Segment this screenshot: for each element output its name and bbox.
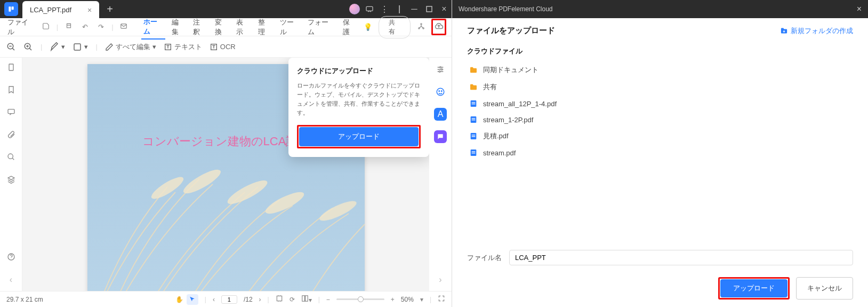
popup-title: クラウドにアップロード <box>297 66 421 76</box>
cloud-upload-icon[interactable] <box>434 25 444 33</box>
next-page-icon[interactable]: › <box>259 296 261 303</box>
menu-convert[interactable]: 変換 <box>213 15 230 39</box>
upload-button[interactable]: アップロード <box>720 279 787 297</box>
svg-rect-43 <box>472 153 476 153</box>
svg-rect-1 <box>12 6 14 10</box>
close-icon[interactable]: × <box>437 0 452 18</box>
svg-rect-4 <box>67 25 70 28</box>
menu-view[interactable]: 表示 <box>234 15 252 39</box>
page-number-input[interactable] <box>221 295 237 304</box>
sitemap-icon[interactable] <box>415 22 427 32</box>
mail-icon[interactable] <box>118 22 130 32</box>
pdf-icon <box>469 99 478 108</box>
zoom-in-icon[interactable] <box>23 42 33 52</box>
svg-point-21 <box>263 188 307 218</box>
svg-rect-11 <box>74 44 81 50</box>
menu-organize[interactable]: 整理 <box>256 15 274 39</box>
zoom-out-icon[interactable] <box>6 42 16 52</box>
help-icon[interactable] <box>7 253 15 263</box>
fit-icon[interactable] <box>276 295 283 304</box>
maximize-icon[interactable] <box>422 0 437 18</box>
left-rail: ‹ <box>0 58 22 291</box>
rotate-icon[interactable]: ⟳ <box>290 296 295 303</box>
print-icon[interactable] <box>62 22 75 32</box>
zoom-slider[interactable] <box>336 298 384 300</box>
page-total: /12 <box>244 296 253 303</box>
menu-edit[interactable]: 編集 <box>170 15 187 39</box>
layers-icon[interactable] <box>7 175 15 186</box>
pdf-icon <box>469 148 478 157</box>
hand-tool-icon[interactable]: ✋ <box>174 294 186 305</box>
menu-form[interactable]: フォーム <box>306 15 336 39</box>
new-folder-button[interactable]: 新規フォルダの作成 <box>780 26 853 36</box>
ai-icon[interactable]: A <box>434 108 447 121</box>
settings-icon[interactable] <box>434 63 447 76</box>
folder-row[interactable]: 同期ドキュメント <box>467 61 853 78</box>
svg-point-6 <box>421 23 422 25</box>
redo-icon[interactable]: ↷ <box>95 23 108 31</box>
menu-annotate[interactable]: 注釈 <box>191 15 208 39</box>
folder-row[interactable]: 共有 <box>467 78 853 96</box>
chat-assist-icon[interactable] <box>434 130 447 143</box>
layout-icon[interactable]: ▾ <box>301 295 312 304</box>
svg-point-19 <box>180 166 223 197</box>
save-icon[interactable] <box>40 22 52 32</box>
page-thumb-icon[interactable] <box>7 63 15 74</box>
pdf-icon <box>469 132 478 140</box>
popup-body: ローカルファイルを今すぐクラウドにアップロード。ウェブ、モバイル、デスクトップで… <box>297 81 421 117</box>
svg-rect-42 <box>472 151 476 152</box>
svg-rect-2 <box>366 6 373 11</box>
file-row[interactable]: stream.pdf <box>467 145 853 161</box>
ocr-button[interactable]: OCR <box>210 43 236 51</box>
search-icon[interactable] <box>7 153 15 163</box>
tab-close-icon[interactable]: × <box>87 6 92 14</box>
zoom-plus-icon[interactable]: + <box>391 296 395 303</box>
menu-file[interactable]: ファイル <box>5 15 36 39</box>
svg-point-20 <box>224 177 269 208</box>
bookmark-icon[interactable] <box>7 85 15 96</box>
filename-input[interactable] <box>509 250 853 265</box>
svg-rect-40 <box>472 136 476 137</box>
tab-add-button[interactable]: + <box>99 3 120 15</box>
file-row[interactable]: stream_all_12P_1-4.pdf <box>467 96 853 112</box>
svg-rect-0 <box>9 6 11 11</box>
menu-tool[interactable]: ツール <box>278 15 302 39</box>
shape-icon[interactable]: ▾ <box>73 42 88 52</box>
share-button[interactable]: 共有 <box>379 16 411 38</box>
highlight-icon[interactable]: ▾ <box>50 42 65 52</box>
text-button[interactable]: テキスト <box>164 42 202 52</box>
smiley-icon[interactable] <box>434 85 447 98</box>
dialog-close-icon[interactable]: × <box>857 4 862 14</box>
lightbulb-icon[interactable]: 💡 <box>362 23 374 31</box>
popup-button-highlight: アップロード <box>297 125 421 148</box>
file-row[interactable]: 見積.pdf <box>467 128 853 145</box>
menu-protect[interactable]: 保護 <box>341 15 358 39</box>
statusbar: 29.7 x 21 cm ✋ | ‹ /12 › | ⟳ ▾ | − + 50%… <box>0 291 452 307</box>
menu-home[interactable]: ホーム <box>141 15 165 40</box>
select-tool-icon[interactable] <box>187 294 198 305</box>
fullscreen-icon[interactable] <box>438 295 445 304</box>
svg-rect-29 <box>277 296 282 301</box>
svg-rect-3 <box>427 6 432 12</box>
svg-rect-33 <box>472 102 476 103</box>
chevron-left-icon[interactable]: ‹ <box>10 275 12 285</box>
chevron-down-icon[interactable]: ▾ <box>420 296 423 303</box>
svg-rect-15 <box>8 109 14 114</box>
chevron-right-icon[interactable]: › <box>439 275 441 285</box>
prev-page-icon[interactable]: ‹ <box>213 296 215 303</box>
attachment-icon[interactable] <box>7 130 15 141</box>
file-row[interactable]: stream_1-2P.pdf <box>467 112 853 128</box>
chat-icon[interactable] <box>362 0 377 18</box>
folder-icon <box>469 83 478 91</box>
popup-upload-button[interactable]: アップロード <box>299 127 419 146</box>
page-dimensions: 29.7 x 21 cm <box>6 296 43 303</box>
kebab-menu-icon[interactable]: ⋮ <box>377 0 392 18</box>
dialog-heading: ファイルをアップロード <box>467 26 555 36</box>
zoom-minus-icon[interactable]: − <box>326 296 330 303</box>
cancel-button[interactable]: キャンセル <box>796 277 853 300</box>
minimize-icon[interactable]: ─ <box>407 0 422 18</box>
comment-icon[interactable] <box>7 108 15 119</box>
dialog-titlebar: Wondershare PDFelement Cloud × <box>452 0 868 18</box>
edit-all-button[interactable]: すべて編集▾ <box>105 42 156 52</box>
undo-icon[interactable]: ↶ <box>79 23 91 31</box>
